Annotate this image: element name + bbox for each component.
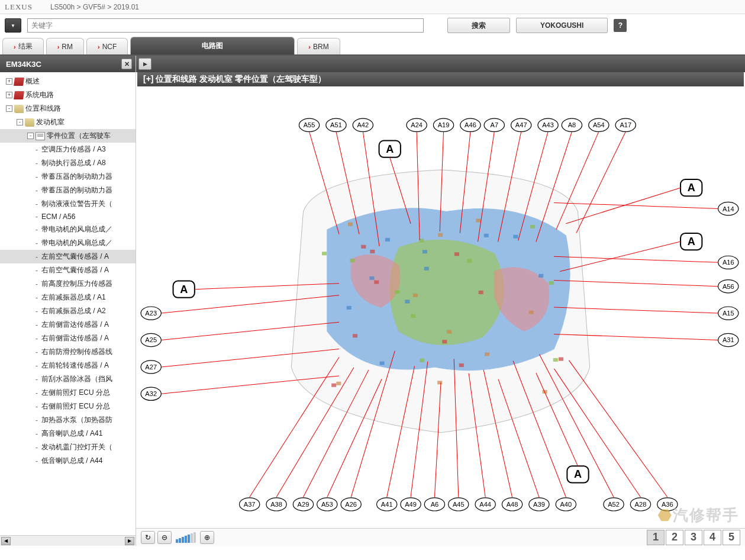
expander-icon[interactable]: - <box>27 133 34 139</box>
tree-leaf[interactable]: 右前减振器总成 / A2 <box>0 304 136 318</box>
svg-rect-25 <box>380 362 385 365</box>
sidebar-title: EM34K3C <box>6 60 41 69</box>
page-3[interactable]: 3 <box>685 530 702 545</box>
svg-text:A15: A15 <box>723 310 734 317</box>
app-header: LEXUS LS500h > GVF5# > 2019.01 <box>0 0 745 14</box>
tab-电路图[interactable]: 电路图 <box>130 37 295 54</box>
svg-rect-33 <box>347 306 351 310</box>
tree-leaf[interactable]: 右侧前照灯 ECU 分总 <box>0 400 136 413</box>
tree-leaf[interactable]: 左前空气囊传感器 / A <box>0 250 136 263</box>
page-5[interactable]: 5 <box>723 530 740 545</box>
svg-line-73 <box>576 131 625 233</box>
reset-view-button[interactable]: ↻ <box>141 531 155 544</box>
svg-rect-2 <box>549 281 554 285</box>
tree-leaf[interactable]: 制动执行器总成 / A8 <box>0 156 136 170</box>
tree-node[interactable]: -零件位置（左驾驶车 <box>0 129 136 143</box>
svg-rect-6 <box>420 359 424 362</box>
expander-icon[interactable]: - <box>17 119 23 125</box>
tree-leaf[interactable]: 左前轮转速传感器 / A <box>0 359 136 372</box>
tree-leaf[interactable]: 左前侧雷达传感器 / A <box>0 318 136 332</box>
svg-rect-23 <box>413 294 418 297</box>
tree-node[interactable]: -发动机室 <box>0 115 136 129</box>
svg-rect-34 <box>350 259 355 262</box>
tree-leaf[interactable]: ECM / A56 <box>0 211 136 223</box>
svg-rect-13 <box>424 267 429 271</box>
tree-leaf[interactable]: 带电动机的风扇总成／ <box>0 223 136 236</box>
svg-text:A: A <box>180 284 188 295</box>
svg-rect-32 <box>559 358 563 361</box>
svg-text:A40: A40 <box>560 501 572 508</box>
svg-text:A: A <box>688 236 695 247</box>
sidebar-header: EM34K3C ✕ <box>0 56 136 72</box>
tab-RM[interactable]: ›RM <box>46 38 84 54</box>
tree-leaf[interactable]: 高音喇叭总成 / A41 <box>0 427 136 440</box>
svg-rect-38 <box>467 259 472 263</box>
tree-leaf[interactable]: 前刮水器除冰器（挡风 <box>0 372 136 386</box>
tree-leaf[interactable]: 制动液液位警告开关（ <box>0 197 136 211</box>
tree-leaf[interactable]: 发动机盖门控灯开关（ <box>0 440 136 454</box>
svg-text:A27: A27 <box>145 363 157 371</box>
tree-leaf[interactable]: 右前侧雷达传感器 / A <box>0 332 136 345</box>
page-1[interactable]: 1 <box>647 530 665 545</box>
expander-icon[interactable]: + <box>6 92 12 98</box>
tree-leaf[interactable]: 带蓄压器的制动助力器 <box>0 184 136 197</box>
zoom-in-button[interactable]: ⊕ <box>200 531 214 544</box>
search-input[interactable] <box>27 18 424 33</box>
tree-leaf[interactable]: 空调压力传感器 / A3 <box>0 143 136 156</box>
tree-leaf[interactable]: 带蓄压器的制动助力器 <box>0 170 136 184</box>
svg-text:A8: A8 <box>568 121 576 128</box>
svg-text:A37: A37 <box>244 501 256 508</box>
svg-rect-3 <box>485 352 489 356</box>
svg-rect-17 <box>405 300 409 303</box>
nav-tree[interactable]: +概述+系统电路-位置和线路-发动机室-零件位置（左驾驶车空调压力传感器 / A… <box>0 72 136 535</box>
tree-leaf[interactable]: 右前空气囊传感器 / A <box>0 263 136 277</box>
tree-leaf[interactable]: 左侧前照灯 ECU 分总 <box>0 386 136 400</box>
svg-text:A39: A39 <box>533 501 545 508</box>
svg-text:A: A <box>688 182 695 194</box>
tree-leaf[interactable]: 右前防滑控制传感器线 <box>0 345 136 359</box>
tab-结果[interactable]: ›结果 <box>2 38 44 54</box>
tree-leaf[interactable]: 低音喇叭总成 / A44 <box>0 454 136 468</box>
search-button[interactable]: 搜索 <box>447 18 510 33</box>
zoom-out-button[interactable]: ⊖ <box>157 531 172 544</box>
main-tabs: ›结果›RM›NCF电路图›BRM <box>0 37 745 56</box>
svg-text:A52: A52 <box>608 501 620 508</box>
svg-text:A47: A47 <box>515 121 527 128</box>
svg-text:A53: A53 <box>321 501 333 508</box>
scroll-right-icon[interactable]: ▶ <box>125 537 134 545</box>
breadcrumb: LS500h > GVF5# > 2019.01 <box>50 3 139 11</box>
expand-button[interactable]: ▶ <box>138 58 151 70</box>
tree-leaf[interactable]: 带电动机的风扇总成／ <box>0 236 136 250</box>
tab-NCF[interactable]: ›NCF <box>86 38 128 54</box>
svg-text:A38: A38 <box>270 501 282 508</box>
svg-text:A17: A17 <box>620 121 631 128</box>
svg-text:A14: A14 <box>723 205 734 213</box>
sidebar-hscroll[interactable]: ◀ ▶ <box>0 535 136 546</box>
content-toolbar: ▶ <box>136 56 745 72</box>
wiring-diagram[interactable]: A55A51A42A24A19A46A7A47A43A8A54A17AA23A2… <box>136 86 745 528</box>
tree-leaf[interactable]: 加热器水泵（加热器防 <box>0 413 136 427</box>
tree-node[interactable]: +系统电路 <box>0 88 136 102</box>
tree-leaf[interactable]: 前高度控制压力传感器 <box>0 277 136 291</box>
help-icon[interactable]: ? <box>614 19 627 32</box>
search-scope-dropdown[interactable]: ▼ <box>5 18 21 33</box>
svg-rect-11 <box>348 223 353 226</box>
svg-text:A26: A26 <box>345 501 357 508</box>
page-2[interactable]: 2 <box>666 530 683 545</box>
tree-node[interactable]: -位置和线路 <box>0 102 136 115</box>
svg-rect-14 <box>530 225 535 228</box>
yokogushi-button[interactable]: YOKOGUSHI <box>516 18 608 33</box>
scroll-left-icon[interactable]: ◀ <box>1 537 11 545</box>
tree-leaf[interactable]: 左前减振器总成 / A1 <box>0 291 136 304</box>
svg-rect-29 <box>513 235 518 239</box>
tab-BRM[interactable]: ›BRM <box>297 38 340 54</box>
svg-rect-21 <box>484 234 489 237</box>
sidebar-close-button[interactable]: ✕ <box>121 59 132 69</box>
zoom-level-indicator[interactable] <box>176 532 196 543</box>
tree-node[interactable]: +概述 <box>0 75 136 88</box>
expander-icon[interactable]: + <box>6 78 12 85</box>
svg-text:A: A <box>386 143 394 155</box>
page-4[interactable]: 4 <box>704 530 721 545</box>
expander-icon[interactable]: - <box>6 105 12 112</box>
diagram-svg[interactable]: A55A51A42A24A19A46A7A47A43A8A54A17AA23A2… <box>136 86 745 528</box>
